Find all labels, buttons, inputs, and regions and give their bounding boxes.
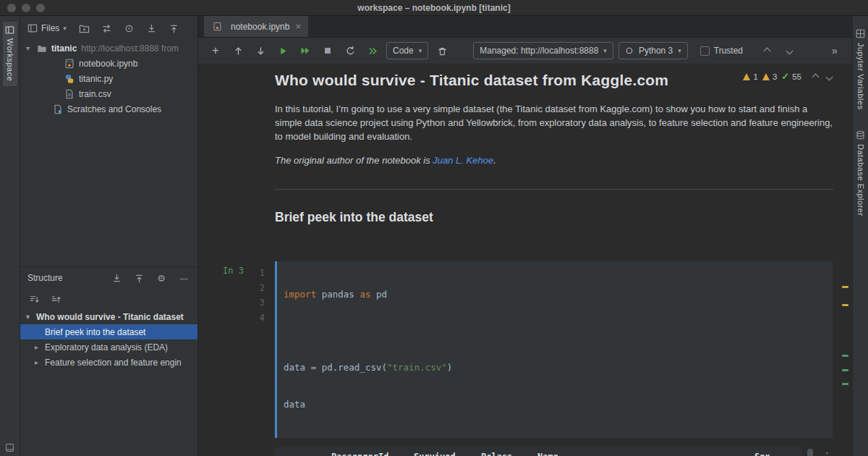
arrow-down-icon xyxy=(255,46,266,56)
code-text: data = pd.read_csv( xyxy=(284,362,387,373)
tree-node-project-root[interactable]: ▾ titanic http://localhost:8888 from xyxy=(20,41,197,56)
column-header[interactable]: Pclass xyxy=(479,447,535,456)
chevron-right-icon[interactable]: ▸ xyxy=(35,343,45,351)
collapse-all-icon xyxy=(169,23,179,34)
output-count-label: Out 3 xyxy=(229,451,255,456)
column-header[interactable]: Survived xyxy=(412,447,479,456)
author-prefix: The original author of the notebook is xyxy=(275,155,433,166)
tree-node-python-file[interactable]: titanic.py xyxy=(20,71,197,86)
files-panel-icon xyxy=(27,23,38,33)
structure-item-feature-selection[interactable]: ▸ Feature selection and feature engin xyxy=(20,355,197,370)
weak-warning-count: 3 xyxy=(773,72,777,81)
expand-all-icon xyxy=(146,23,157,34)
sort-by-position-button[interactable] xyxy=(27,292,41,305)
run-all-below-button[interactable] xyxy=(364,42,381,59)
files-dropdown-label: Files xyxy=(41,23,59,33)
error-stripe[interactable] xyxy=(842,64,849,456)
close-icon[interactable]: × xyxy=(295,21,301,32)
tree-node-notebook-file[interactable]: notebook.ipynb xyxy=(20,56,197,71)
column-header[interactable]: Sex xyxy=(752,447,803,456)
table-scrollbar[interactable] xyxy=(807,449,813,456)
column-header[interactable]: PassengerId xyxy=(329,447,412,456)
server-dropdown[interactable]: Managed: http://localhost:8888 ▾ xyxy=(473,42,613,59)
code-line xyxy=(284,324,827,339)
trusted-label: Trusted xyxy=(714,46,743,56)
output-more-icon[interactable]: ⋮ xyxy=(822,450,833,456)
files-view-dropdown[interactable]: Files ▾ xyxy=(27,23,67,33)
select-opened-file-button[interactable] xyxy=(78,22,91,35)
move-cell-up-button[interactable] xyxy=(229,42,247,59)
trusted-checkbox[interactable]: Trusted xyxy=(700,46,743,56)
info-mark[interactable] xyxy=(842,383,848,385)
expand-all-button[interactable] xyxy=(145,22,158,35)
notebook-paragraph: In this tutorial, I’m going to use a ver… xyxy=(275,102,833,143)
editor-area: notebook.ipynb × + xyxy=(198,16,852,456)
next-problem-button[interactable] xyxy=(827,72,832,81)
author-link[interactable]: Juan L. Kehoe xyxy=(433,155,493,166)
collapse-all-button[interactable] xyxy=(132,271,145,284)
tree-node-csv-file[interactable]: train.csv xyxy=(20,86,197,101)
settings-gear-icon[interactable]: ⚙ xyxy=(155,271,168,284)
scratches-icon xyxy=(52,104,64,115)
run-all-cells-button[interactable] xyxy=(297,42,314,59)
close-window-button[interactable] xyxy=(7,4,16,12)
expand-all-button[interactable] xyxy=(110,271,123,284)
cell-type-dropdown[interactable]: Code ▾ xyxy=(386,42,428,59)
markdown-cell[interactable]: Who would survive - Titanic dataset from… xyxy=(198,64,852,225)
notebook-toolbar: + xyxy=(198,38,852,64)
delete-cell-button[interactable] xyxy=(433,42,451,59)
info-mark[interactable] xyxy=(842,369,848,371)
run-cell-button[interactable] xyxy=(274,42,292,59)
previous-problem-button[interactable] xyxy=(813,72,818,81)
line-number: 1 xyxy=(255,266,265,281)
output-table-header-row: PassengerIdSurvivedPclassNameSex xyxy=(275,447,803,456)
output-gutter: Out 3 xyxy=(198,447,275,456)
collapse-all-button[interactable] xyxy=(168,22,181,35)
stop-kernel-button[interactable] xyxy=(319,42,336,59)
chevron-down-icon[interactable]: ▾ xyxy=(26,313,36,321)
trash-icon xyxy=(437,46,448,56)
tab-notebook[interactable]: notebook.ipynb × xyxy=(204,16,308,37)
sidebar-item-database-explorer[interactable]: Database Explorer xyxy=(856,130,865,216)
column-header[interactable]: Name xyxy=(535,447,752,456)
file-label: titanic.py xyxy=(79,74,113,84)
previous-cell-button[interactable] xyxy=(758,42,775,59)
kernel-dropdown[interactable]: Python 3 ▾ xyxy=(618,42,688,59)
jupyter-variables-label: Jupyter Variables xyxy=(856,43,865,110)
warning-icon xyxy=(743,73,750,80)
structure-item-selected[interactable]: Brief peek into the dataset xyxy=(20,324,197,339)
code-cell-body[interactable]: import pandas as pd data = pd.read_csv("… xyxy=(275,261,833,438)
toolbar-overflow-button[interactable]: » xyxy=(826,42,843,59)
structure-item-label: Exploratory data analysis (EDA) xyxy=(45,342,168,352)
left-toolwindow-stripe: Workspace xyxy=(0,16,20,456)
inspections-widget[interactable]: 1 3 ✓ 55 xyxy=(743,71,832,82)
move-cell-down-button[interactable] xyxy=(252,42,269,59)
sidebar-item-jupyter-variables[interactable]: Jupyter Variables xyxy=(856,29,865,110)
locate-button[interactable] xyxy=(123,22,136,35)
notebook-editor[interactable]: 1 3 ✓ 55 Who would xyxy=(198,64,852,456)
tree-node-scratches[interactable]: Scratches and Consoles xyxy=(20,101,197,117)
next-cell-button[interactable] xyxy=(780,42,798,59)
sort-alphabetically-button[interactable] xyxy=(49,292,62,305)
bottom-toolwindow-button[interactable] xyxy=(5,443,14,452)
zoom-window-button[interactable] xyxy=(36,4,45,12)
column-header[interactable] xyxy=(275,447,329,456)
warning-mark[interactable] xyxy=(842,304,848,306)
minimize-window-button[interactable] xyxy=(22,4,30,12)
hide-panel-button[interactable]: — xyxy=(177,271,190,284)
structure-item-eda[interactable]: ▸ Exploratory data analysis (EDA) xyxy=(20,339,197,355)
warning-mark[interactable] xyxy=(842,286,848,288)
sidebar-item-workspace[interactable]: Workspace xyxy=(3,22,17,86)
sort-alpha-icon xyxy=(51,294,61,305)
structure-item-heading1[interactable]: ▾ Who would survive - Titanic dataset xyxy=(20,309,197,324)
chevron-right-icon[interactable]: ▸ xyxy=(35,358,45,366)
add-cell-button[interactable]: + xyxy=(207,42,224,59)
refresh-button[interactable] xyxy=(101,22,114,35)
info-mark[interactable] xyxy=(842,355,848,357)
restart-kernel-button[interactable] xyxy=(341,42,359,59)
code-cell[interactable]: In 3 1 2 3 4 import pandas as pd data = … xyxy=(198,261,852,438)
chevron-down-icon[interactable]: ▾ xyxy=(26,44,36,52)
structure-header: Structure ⚙ — xyxy=(20,267,197,289)
table-scrollbar-thumb[interactable] xyxy=(807,449,813,456)
file-label: notebook.ipynb xyxy=(79,59,137,69)
